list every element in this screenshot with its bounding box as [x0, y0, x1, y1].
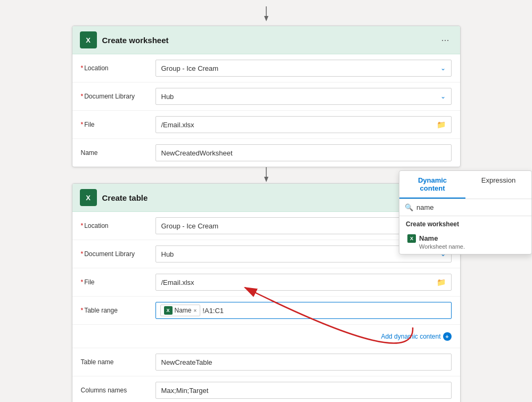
worksheet-doclibrary-chevron: ⌄	[440, 93, 446, 100]
table-location-label: *Location	[81, 222, 155, 229]
worksheet-file-folder-icon: 📁	[437, 120, 446, 129]
worksheet-location-dropdown[interactable]: Group - Ice Cream ⌄	[155, 60, 452, 77]
worksheet-name-row: Name NewCreatedWorksheet	[72, 139, 460, 167]
worksheet-file-label: *File	[81, 121, 155, 128]
tab-dynamic-content[interactable]: Dynamic content	[399, 171, 465, 199]
table-name-input[interactable]	[155, 354, 452, 371]
worksheet-name-input[interactable]: NewCreatedWorksheet	[155, 144, 452, 161]
worksheet-file-value: /Email.xlsx	[161, 121, 194, 129]
dynamic-name-item[interactable]: X Name Worksheet name.	[399, 230, 531, 254]
worksheet-location-chevron: ⌄	[440, 64, 446, 72]
worksheet-file-row: *File /Email.xlsx 📁	[72, 111, 460, 139]
worksheet-doclibrary-dropdown[interactable]: Hub ⌄	[155, 88, 452, 105]
header-left: X Create worksheet	[80, 31, 169, 48]
svg-marker-3	[264, 177, 268, 182]
worksheet-location-row: *Location Group - Ice Cream ⌄	[72, 54, 460, 83]
worksheet-doclibrary-value: Hub	[161, 93, 174, 101]
dynamic-item-content: Name Worksheet name.	[419, 234, 465, 250]
table-columns-row: Columns names	[72, 376, 460, 402]
add-dynamic-content-button[interactable]: Add dynamic content +	[381, 332, 451, 341]
panel-search-icon: 🔍	[405, 203, 413, 211]
worksheet-file-field[interactable]: /Email.xlsx 📁	[155, 116, 452, 133]
table-columns-label: Columns names	[81, 387, 155, 394]
svg-marker-1	[264, 16, 268, 21]
required-star-2: *	[81, 93, 84, 100]
panel-tabs: Dynamic content Expression	[399, 171, 531, 199]
table-file-field[interactable]: /Email.xlsx 📁	[155, 274, 452, 291]
worksheet-location-value: Group - Ice Cream	[161, 64, 219, 72]
excel-icon-table: X	[80, 189, 97, 206]
table-columns-input[interactable]	[155, 382, 452, 399]
table-file-value: /Email.xlsx	[161, 278, 194, 286]
worksheet-menu-button[interactable]: ···	[438, 34, 452, 47]
dynamic-item-name: Name	[419, 234, 465, 242]
tag-close-button[interactable]: ×	[194, 308, 197, 314]
dynamic-item-excel-icon: X	[407, 234, 416, 243]
table-doclibrary-value: Hub	[161, 250, 174, 258]
tag-excel-icon: X	[164, 306, 173, 315]
required-star-3: *	[81, 121, 84, 128]
table-name-row: Table name	[72, 348, 460, 376]
table-range-input[interactable]: X Name ×	[155, 302, 452, 319]
table-range-row: *Table range X Name ×	[72, 297, 460, 325]
table-file-row: *File /Email.xlsx 📁	[72, 268, 460, 297]
dynamic-content-panel: Dynamic content Expression 🔍 Create work…	[399, 170, 532, 255]
create-worksheet-header: X Create worksheet ···	[72, 26, 460, 54]
add-dynamic-content-label: Add dynamic content	[381, 333, 440, 340]
header-left-table: X Create table	[80, 189, 148, 206]
panel-search-row: 🔍	[399, 199, 531, 216]
table-range-text-input[interactable]	[202, 307, 292, 315]
create-worksheet-body: *Location Group - Ice Cream ⌄ *Document …	[72, 54, 460, 167]
excel-icon-worksheet: X	[80, 31, 97, 48]
create-worksheet-card: X Create worksheet ··· *Location Group -…	[72, 26, 461, 167]
table-doclibrary-label: *Document Library	[81, 250, 155, 258]
top-connector-arrow	[0, 4, 532, 26]
table-range-label: *Table range	[81, 307, 155, 314]
tag-name: Name	[175, 307, 192, 314]
worksheet-doclibrary-label: *Document Library	[81, 93, 155, 100]
worksheet-location-label: *Location	[81, 64, 155, 72]
create-worksheet-title: Create worksheet	[102, 36, 169, 45]
table-range-tag: X Name ×	[160, 305, 201, 316]
required-star: *	[81, 64, 84, 72]
worksheet-doclibrary-row: *Document Library Hub ⌄	[72, 83, 460, 111]
table-file-label: *File	[81, 278, 155, 286]
table-location-value: Group - Ice Cream	[161, 222, 219, 230]
tab-expression[interactable]: Expression	[465, 171, 531, 199]
panel-search-input[interactable]	[416, 203, 526, 211]
table-file-folder-icon: 📁	[437, 278, 446, 286]
dynamic-item-desc: Worksheet name.	[419, 243, 465, 250]
add-dynamic-content-row: Add dynamic content +	[72, 325, 460, 348]
create-table-title: Create table	[102, 193, 148, 202]
add-dynamic-icon: +	[443, 332, 452, 341]
table-name-label: Table name	[81, 358, 155, 366]
worksheet-name-label: Name	[81, 149, 155, 157]
panel-section-title: Create worksheet	[399, 216, 531, 230]
